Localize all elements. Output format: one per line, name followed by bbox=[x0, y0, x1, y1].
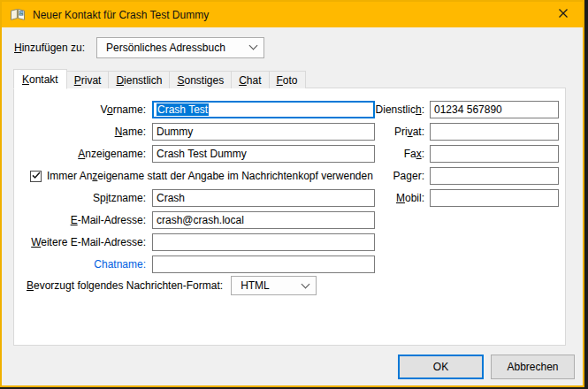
weitere-email-label: Weitere E-Mail-Adresse: bbox=[19, 236, 152, 248]
dienstlich-label: Dienstlich: bbox=[366, 103, 430, 116]
tab-kontakt[interactable]: Kontakt bbox=[13, 69, 67, 89]
checkbox-checked[interactable] bbox=[30, 171, 42, 182]
window-title: Neuer Kontakt für Crash Test Dummy bbox=[33, 9, 209, 21]
field-row-mobil: Mobil: bbox=[366, 188, 564, 208]
pager-input[interactable] bbox=[430, 167, 559, 185]
tab-chat[interactable]: Chat bbox=[231, 71, 269, 88]
field-row-dienstlich: Dienstlich: 01234 567890 bbox=[366, 100, 564, 119]
field-row-pager: Pager: bbox=[366, 166, 564, 186]
anzeigename-label: Anzeigename: bbox=[19, 148, 152, 160]
close-icon bbox=[558, 8, 569, 21]
chevron-down-icon bbox=[302, 279, 310, 288]
ok-button[interactable]: OK bbox=[398, 355, 484, 379]
name-input[interactable]: Dummy bbox=[152, 123, 375, 141]
vorname-label: Vorname: bbox=[19, 103, 152, 116]
field-row-fax: Fax: bbox=[366, 144, 564, 164]
tab-privat[interactable]: Privat bbox=[66, 71, 110, 88]
dienstlich-input[interactable]: 01234 567890 bbox=[430, 101, 559, 118]
cancel-button[interactable]: Abbrechen bbox=[491, 355, 575, 379]
field-row-email: E-Mail-Adresse: crash@crash.local bbox=[19, 210, 375, 230]
close-button[interactable] bbox=[544, 2, 583, 27]
address-book-icon bbox=[10, 8, 26, 22]
tab-foto[interactable]: Foto bbox=[269, 71, 306, 88]
add-to-label: Hinzufügen zu: bbox=[14, 42, 85, 54]
chevron-down-icon bbox=[249, 42, 258, 50]
add-to-row: Hinzufügen zu: Persönliches Adressbuch bbox=[14, 36, 264, 58]
checkbox-label[interactable]: Immer Anzeigename statt der Angabe im Na… bbox=[47, 170, 373, 182]
anzeigename-input[interactable]: Crash Test Dummy bbox=[152, 145, 375, 163]
tab-dienstlich[interactable]: Dienstlich bbox=[108, 71, 170, 88]
tab-sonstiges[interactable]: Sonstiges bbox=[169, 71, 232, 88]
mobil-input[interactable] bbox=[430, 189, 559, 207]
weitere-email-input[interactable] bbox=[152, 233, 375, 251]
privat-input[interactable] bbox=[430, 123, 559, 141]
titlebar[interactable]: Neuer Kontakt für Crash Test Dummy bbox=[2, 2, 583, 27]
email-input[interactable]: crash@crash.local bbox=[152, 211, 375, 229]
tab-strip: Kontakt Privat Dienstlich Sonstiges Chat… bbox=[13, 68, 305, 88]
message-format-row: Bevorzugt folgendes Nachrichten-Format: … bbox=[27, 276, 317, 295]
message-format-label: Bevorzugt folgendes Nachrichten-Format: bbox=[27, 279, 223, 292]
message-format-select[interactable]: HTML bbox=[231, 276, 317, 295]
email-label: E-Mail-Adresse: bbox=[19, 214, 152, 226]
address-book-select[interactable]: Persönliches Adressbuch bbox=[96, 37, 264, 58]
chatname-label[interactable]: Chatname: bbox=[19, 258, 152, 271]
fax-input[interactable] bbox=[430, 145, 559, 163]
field-row-vorname: Vorname: Crash Test bbox=[19, 100, 375, 119]
checkmark-icon bbox=[32, 170, 41, 182]
name-label: Name: bbox=[19, 126, 152, 138]
anzeigename-checkbox-row: Immer Anzeigename statt der Angabe im Na… bbox=[30, 166, 373, 186]
spitzname-label: Spitzname: bbox=[19, 192, 152, 204]
selected-text: Crash Test bbox=[157, 103, 209, 116]
field-row-chatname: Chatname: bbox=[19, 255, 375, 274]
fax-label: Fax: bbox=[366, 148, 430, 160]
field-row-spitzname: Spitzname: Crash bbox=[19, 188, 375, 208]
message-format-selected-value: HTML bbox=[241, 279, 270, 292]
mobil-label: Mobil: bbox=[366, 192, 430, 204]
tab-panel-kontakt: Vorname: Crash Test Name: Dummy Anzeigen… bbox=[13, 88, 566, 346]
field-row-anzeigename: Anzeigename: Crash Test Dummy bbox=[19, 144, 375, 164]
field-row-weitere-email: Weitere E-Mail-Adresse: bbox=[19, 233, 375, 252]
privat-label: Privat: bbox=[366, 126, 430, 138]
spitzname-input[interactable]: Crash bbox=[152, 189, 375, 207]
new-contact-dialog: Neuer Kontakt für Crash Test Dummy Hinzu… bbox=[0, 0, 584, 387]
pager-label: Pager: bbox=[366, 170, 430, 182]
field-row-privat: Privat: bbox=[366, 122, 564, 141]
field-row-name: Name: Dummy bbox=[19, 122, 375, 141]
vorname-input[interactable]: Crash Test bbox=[152, 101, 375, 118]
address-book-selected-value: Persönliches Adressbuch bbox=[106, 42, 225, 54]
chatname-input[interactable] bbox=[152, 256, 375, 273]
